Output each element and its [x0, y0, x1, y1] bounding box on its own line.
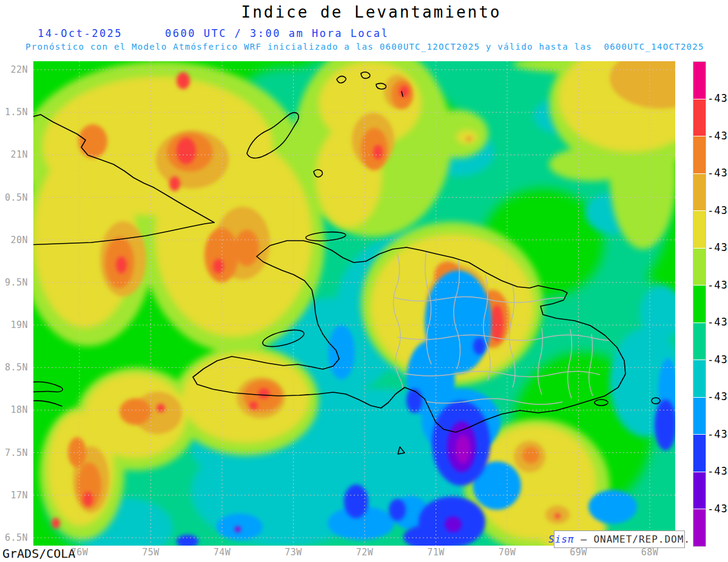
lat-tick-label: 19N [0, 319, 28, 330]
colorbar-tick-label: -43.7 [707, 390, 728, 403]
colorbar-segment [693, 509, 706, 546]
colorbar-tick-label: -43.5 [707, 241, 728, 253]
colorbar-segment [693, 174, 706, 211]
colorbar-segment [693, 99, 706, 136]
colorbar-segment [693, 360, 706, 397]
lon-tick-label: 74W [214, 547, 231, 558]
colorbar-tick-label: -43.6 [707, 316, 728, 328]
valid-time: 0600 UTC / 3:00 am Hora Local [165, 27, 389, 39]
colorbar-tick-label: -43.5 [707, 279, 728, 291]
lat-tick-label: 20N [0, 235, 28, 246]
lat-tick-label: 18N [0, 404, 28, 415]
lat-tick-label: 17N [0, 490, 28, 501]
lat-tick-label: 22N [0, 64, 28, 75]
lat-tick-label: 0.5N [0, 192, 28, 203]
map-canvas [33, 61, 675, 546]
colorbar-tick-label: -43.8 [707, 465, 728, 477]
lon-tick-label: 70W [499, 547, 516, 558]
lat-tick-label: 6.5N [0, 532, 28, 543]
watermark-app-name: Sisπ [548, 534, 575, 545]
watermark-org-name: ONAMET/REP.DOM. [593, 534, 690, 545]
lat-tick-label: 1.5N [0, 107, 28, 118]
lon-tick-label: 72W [356, 547, 374, 558]
weather-map-page: Indice de Levantamiento 14-Oct-2025 0600… [0, 0, 728, 562]
grads-credit: GrADS/COLA [2, 546, 75, 561]
lat-tick-label: 21N [0, 149, 28, 160]
page-title: Indice de Levantamiento [0, 3, 728, 21]
lat-tick-label: 7.5N [0, 447, 28, 458]
colorbar-tick-label: -43.4 [707, 167, 728, 179]
lon-tick-label: 75W [142, 547, 160, 558]
lon-tick-label: 69W [570, 547, 587, 558]
lon-tick-label: 71W [427, 547, 445, 558]
colorbar-segment [693, 249, 706, 286]
colorbar-legend [693, 61, 706, 547]
colorbar-tick-label: -43.7 [707, 428, 728, 440]
lat-tick-label: 9.5N [0, 277, 28, 288]
colorbar-tick-label: -43.6 [707, 353, 728, 366]
colorbar-segment [693, 472, 706, 509]
watermark-box: Sisπ — ONAMET/REP.DOM. [554, 530, 685, 548]
colorbar-segment [693, 435, 706, 472]
colorbar-segment [693, 62, 706, 99]
colorbar-segment [693, 286, 706, 323]
lon-tick-label: 73W [285, 547, 302, 558]
colorbar-segment [693, 136, 706, 173]
colorbar-segment [693, 398, 706, 435]
colorbar-tick-label: -43.4 [707, 204, 728, 216]
colorbar-tick-label: -43.3 [707, 130, 728, 142]
forecast-subtitle: Pronóstico con el Modelo Atmósferico WRF… [25, 42, 704, 52]
colorbar-segment [693, 323, 706, 360]
colorbar-segment [693, 211, 706, 248]
lat-tick-label: 8.5N [0, 362, 28, 373]
watermark-separator: — [575, 534, 594, 545]
valid-date: 14-Oct-2025 [38, 27, 123, 39]
lon-tick-label: 68W [641, 547, 659, 558]
colorbar-tick-label: -43.3 [707, 92, 728, 104]
colorbar-tick-label: -43.8 [707, 503, 728, 515]
